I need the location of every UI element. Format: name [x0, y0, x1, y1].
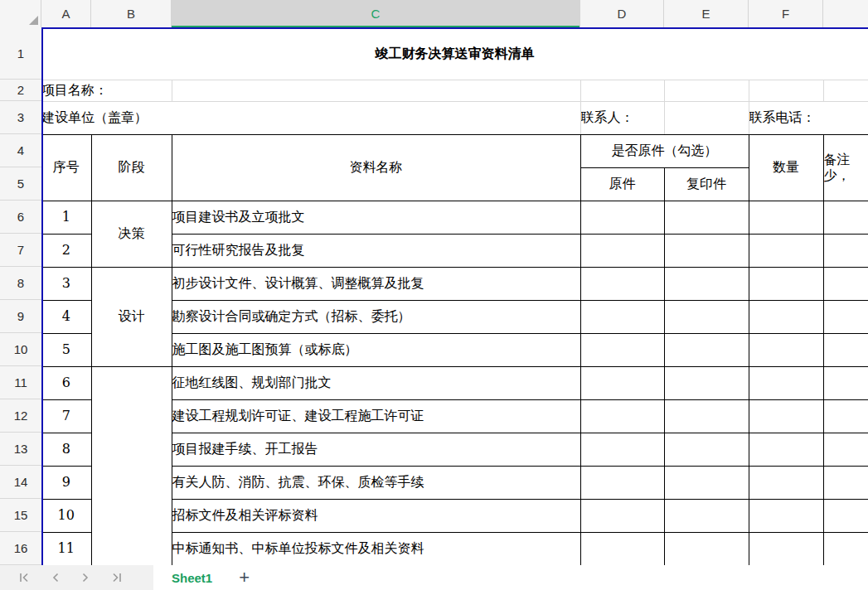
cell-quantity[interactable]	[749, 201, 823, 234]
cell-quantity[interactable]	[749, 499, 823, 532]
cell-original[interactable]	[580, 201, 664, 234]
cell-quantity[interactable]	[749, 399, 823, 433]
cell-header-copy[interactable]: 复印件	[664, 167, 749, 201]
cell-empty[interactable]	[664, 101, 749, 134]
cell-copy[interactable]	[664, 433, 749, 466]
cell-remark[interactable]	[823, 532, 868, 565]
column-header-b[interactable]: B	[91, 0, 172, 27]
cell-quantity[interactable]	[749, 433, 823, 466]
cell-quantity[interactable]	[749, 234, 823, 267]
row-header-10[interactable]: 10	[0, 333, 41, 366]
cell-original[interactable]	[580, 267, 664, 300]
cell-remark[interactable]	[823, 499, 868, 532]
row-header-8[interactable]: 8	[0, 267, 41, 300]
cell-header-is-original[interactable]: 是否原件（勾选）	[580, 134, 749, 167]
cell-seq[interactable]: 4	[41, 300, 91, 333]
cell-stage[interactable]	[91, 366, 172, 565]
add-sheet-button[interactable]: +	[239, 566, 250, 589]
cell-title[interactable]: 竣工财务决算送审资料清单	[41, 27, 868, 80]
cell-original[interactable]	[580, 234, 664, 267]
cell-header-stage[interactable]: 阶段	[91, 134, 172, 201]
cell-empty[interactable]	[823, 80, 868, 101]
cell-material-name[interactable]: 项目建设书及立项批文	[172, 201, 580, 234]
column-header-e[interactable]: E	[664, 0, 749, 27]
row-header-4[interactable]: 4	[0, 134, 41, 167]
cell-original[interactable]	[580, 333, 664, 366]
cell-quantity[interactable]	[749, 366, 823, 399]
cell-quantity[interactable]	[749, 333, 823, 366]
cell-material-name[interactable]: 可行性研究报告及批复	[172, 234, 580, 267]
sheet-tab-sheet1[interactable]: Sheet1	[172, 565, 212, 590]
cell-remark[interactable]	[823, 267, 868, 300]
cell-remark[interactable]	[823, 466, 868, 499]
cell-copy[interactable]	[664, 466, 749, 499]
row-header-11[interactable]: 11	[0, 366, 41, 399]
cell-original[interactable]	[580, 366, 664, 399]
cell-project-name-label[interactable]: 项目名称：	[41, 80, 172, 101]
cell-seq[interactable]: 11	[41, 532, 91, 565]
cell-copy[interactable]	[664, 300, 749, 333]
cell-empty[interactable]	[580, 80, 664, 101]
cell-seq[interactable]: 7	[41, 399, 91, 433]
cell-remark[interactable]	[823, 433, 868, 466]
cell-copy[interactable]	[664, 267, 749, 300]
cell-header-material-name[interactable]: 资料名称	[172, 134, 580, 201]
row-header-12[interactable]: 12	[0, 399, 41, 433]
cell-copy[interactable]	[664, 499, 749, 532]
cell-material-name[interactable]: 有关人防、消防、抗震、环保、质检等手续	[172, 466, 580, 499]
cell-empty[interactable]	[664, 80, 749, 101]
row-header-15[interactable]: 15	[0, 499, 41, 532]
cell-material-name[interactable]: 中标通知书、中标单位投标文件及相关资料	[172, 532, 580, 565]
column-header-a[interactable]: A	[41, 0, 91, 27]
cell-empty[interactable]	[172, 80, 580, 101]
cell-quantity[interactable]	[749, 300, 823, 333]
cell-material-name[interactable]: 招标文件及相关评标资料	[172, 499, 580, 532]
cell-quantity[interactable]	[749, 532, 823, 565]
row-header-1[interactable]: 1	[0, 27, 41, 80]
first-sheet-icon[interactable]	[18, 572, 31, 583]
cell-remark[interactable]	[823, 201, 868, 234]
cell-seq[interactable]: 6	[41, 366, 91, 399]
column-header-f[interactable]: F	[749, 0, 823, 27]
cell-copy[interactable]	[664, 333, 749, 366]
cell-seq[interactable]: 1	[41, 201, 91, 234]
cell-original[interactable]	[580, 399, 664, 433]
row-header-14[interactable]: 14	[0, 466, 41, 499]
row-header-16[interactable]: 16	[0, 532, 41, 565]
cell-material-name[interactable]: 勘察设计合同或确定方式（招标、委托）	[172, 300, 580, 333]
cell-seq[interactable]: 3	[41, 267, 91, 300]
cell-copy[interactable]	[664, 234, 749, 267]
cell-material-name[interactable]: 施工图及施工图预算（或标底）	[172, 333, 580, 366]
row-header-2[interactable]: 2	[0, 80, 41, 101]
cell-material-name[interactable]: 建设工程规划许可证、建设工程施工许可证	[172, 399, 580, 433]
cell-quantity[interactable]	[749, 466, 823, 499]
prev-sheet-icon[interactable]	[51, 572, 61, 583]
row-header-13[interactable]: 13	[0, 433, 41, 466]
next-sheet-icon[interactable]	[80, 572, 90, 583]
cell-seq[interactable]: 8	[41, 433, 91, 466]
row-header-3[interactable]: 3	[0, 101, 41, 134]
cell-remark[interactable]	[823, 333, 868, 366]
cell-copy[interactable]	[664, 532, 749, 565]
column-header-d[interactable]: D	[580, 0, 664, 27]
cell-original[interactable]	[580, 499, 664, 532]
cell-header-original[interactable]: 原件	[580, 167, 664, 201]
last-sheet-icon[interactable]	[110, 572, 123, 583]
cell-seq[interactable]: 9	[41, 466, 91, 499]
cell-remark[interactable]	[823, 399, 868, 433]
cell-header-quantity[interactable]: 数量	[749, 134, 823, 201]
column-header-c[interactable]: C	[172, 0, 580, 27]
cell-stage[interactable]: 设计	[91, 267, 172, 366]
cell-original[interactable]	[580, 466, 664, 499]
row-header-6[interactable]: 6	[0, 201, 41, 234]
cell-copy[interactable]	[664, 399, 749, 433]
cell-contact-label[interactable]: 联系人：	[580, 101, 664, 134]
cell-quantity[interactable]	[749, 267, 823, 300]
row-header-5[interactable]: 5	[0, 167, 41, 201]
cell-seq[interactable]: 2	[41, 234, 91, 267]
cell-phone-label[interactable]: 联系电话：	[749, 101, 868, 134]
cell-original[interactable]	[580, 433, 664, 466]
cell-copy[interactable]	[664, 201, 749, 234]
cell-material-name[interactable]: 初步设计文件、设计概算、调整概算及批复	[172, 267, 580, 300]
cell-remark[interactable]	[823, 234, 868, 267]
